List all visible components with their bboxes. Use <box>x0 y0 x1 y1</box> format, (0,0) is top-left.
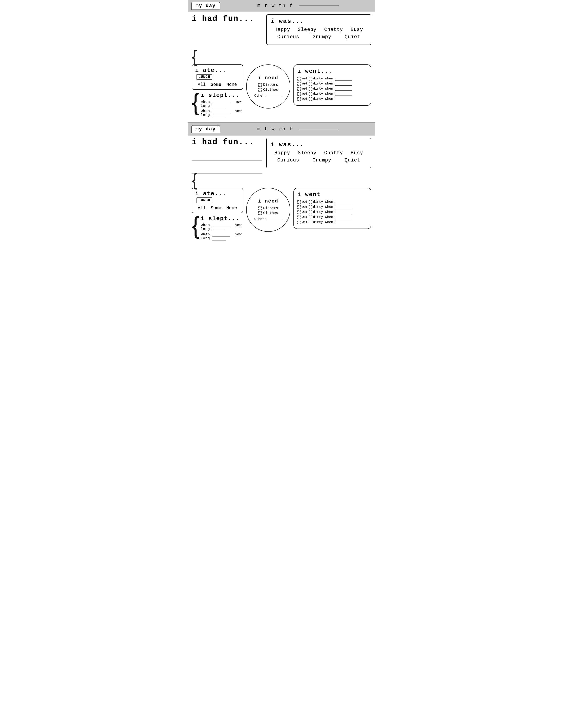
header-bar-2: my day m t w th f <box>188 123 375 135</box>
went-when2-2[interactable] <box>335 209 352 209</box>
checkbox-dirty2-1[interactable] <box>309 82 312 86</box>
mood-happy-1[interactable]: Happy <box>274 27 290 32</box>
mood-grumpy-1[interactable]: Grumpy <box>313 34 332 40</box>
top-row-2: i had fun... { i was... Happy Sleepy Cha… <box>192 138 371 185</box>
went-when3-2[interactable] <box>335 214 352 214</box>
checkbox-dirty5-1[interactable] <box>309 97 312 101</box>
checkbox-clothes-2[interactable] <box>258 211 262 215</box>
checkbox-dirty4-1[interactable] <box>309 92 312 96</box>
ate-all-2[interactable]: All <box>197 205 205 210</box>
need-item-clothes-2: Clothes <box>258 211 278 215</box>
had-fun-block-1: i had fun... { <box>192 14 262 62</box>
checkbox-wet1-1[interactable] <box>298 77 301 81</box>
went-when3-1[interactable] <box>335 90 352 91</box>
mood-happy-2[interactable]: Happy <box>274 150 290 156</box>
need-other-2[interactable]: Other:________ <box>254 217 282 221</box>
ate-all-1[interactable]: All <box>197 82 205 87</box>
checkbox-wet1-2[interactable] <box>298 200 301 204</box>
had-fun-area2-2[interactable] <box>192 161 262 174</box>
lunch-stamp-1: LUNCH <box>196 74 212 80</box>
days-label-1: m t w th f <box>224 3 372 9</box>
went-title-1: i went... <box>298 68 368 75</box>
ate-none-1[interactable]: None <box>226 82 237 87</box>
ate-title-1: i ate... LUNCH <box>195 67 239 80</box>
had-fun-area-2[interactable] <box>192 148 262 161</box>
ate-some-2[interactable]: Some <box>211 205 221 210</box>
mood-busy-2[interactable]: Busy <box>351 150 363 156</box>
slept-title-2: i slept... <box>201 215 243 222</box>
checkbox-diapers-2[interactable] <box>258 206 262 210</box>
checkbox-dirty4-2[interactable] <box>309 216 312 219</box>
went-when2-1[interactable] <box>335 85 352 86</box>
checkbox-dirty3-1[interactable] <box>309 87 312 91</box>
checkbox-wet5-1[interactable] <box>298 97 301 101</box>
header-bar-1: my day m t w th f <box>188 0 375 12</box>
checkbox-dirty1-1[interactable] <box>309 77 312 81</box>
need-title-2: i need <box>258 199 278 204</box>
slept-when1-1[interactable] <box>212 104 230 104</box>
header-line-1 <box>299 6 339 6</box>
slept-howlong1-1[interactable] <box>212 108 226 108</box>
went-row4-2: wet dirty when: <box>298 215 368 219</box>
checkbox-clothes-1[interactable] <box>258 88 262 92</box>
my-day-label-1: my day <box>191 2 220 10</box>
mood-curious-1[interactable]: Curious <box>277 34 299 40</box>
checkbox-wet2-2[interactable] <box>298 205 301 209</box>
i-was-row1-2: Happy Sleepy Chatty Busy <box>271 150 367 156</box>
checkbox-diapers-1[interactable] <box>258 83 262 87</box>
mood-sleepy-1[interactable]: Sleepy <box>298 27 317 32</box>
mood-sleepy-2[interactable]: Sleepy <box>298 150 317 156</box>
checkbox-dirty5-2[interactable] <box>309 221 312 224</box>
checkbox-wet5-2[interactable] <box>298 221 301 224</box>
mood-chatty-1[interactable]: Chatty <box>324 27 343 32</box>
went-row1-2: wet dirty when: <box>298 200 368 204</box>
ate-some-1[interactable]: Some <box>211 82 221 87</box>
mood-chatty-2[interactable]: Chatty <box>324 150 343 156</box>
checkbox-dirty2-2[interactable] <box>309 205 312 209</box>
left-col-1: i ate... LUNCH All Some None { i <box>192 64 243 118</box>
had-fun-brace-2: { <box>192 174 262 185</box>
need-other-1[interactable]: Other:________ <box>254 94 282 98</box>
slept-brace-icon-2: { <box>192 213 200 237</box>
slept-brace-wrap-1: { i slept... when: how long: when: how l… <box>192 92 243 118</box>
had-fun-area-1[interactable] <box>192 25 262 37</box>
top-row-1: i had fun... { i was... Happy Sleepy Cha… <box>192 14 371 62</box>
checkbox-wet3-2[interactable] <box>298 210 301 214</box>
i-was-title-2: i was... <box>271 141 367 148</box>
mood-grumpy-2[interactable]: Grumpy <box>313 158 332 163</box>
i-was-title-1: i was... <box>271 18 367 25</box>
went-when1-2[interactable] <box>335 204 352 204</box>
i-was-block-1: i was... Happy Sleepy Chatty Busy Curiou… <box>266 14 371 45</box>
ate-none-2[interactable]: None <box>226 205 237 210</box>
slept-line1-1: when: how long: <box>201 100 243 108</box>
checkbox-wet4-1[interactable] <box>298 92 301 96</box>
slept-when1-2[interactable] <box>212 227 230 227</box>
had-fun-title-2: i had fun... <box>192 138 262 147</box>
mood-busy-1[interactable]: Busy <box>351 27 363 32</box>
left-col-2: i ate... LUNCH All Some None { i <box>192 188 243 242</box>
days-label-2: m t w th f <box>224 126 372 132</box>
went-row4-1: wet dirty when: <box>298 92 368 96</box>
went-row3-1: wet dirty when: <box>298 87 368 91</box>
went-title-2: i went <box>298 191 368 198</box>
slept-when2-1[interactable] <box>212 113 230 113</box>
slept-block-2: i slept... when: how long: when: how lon… <box>201 215 243 242</box>
had-fun-area2-1[interactable] <box>192 38 262 50</box>
checkbox-dirty1-2[interactable] <box>309 200 312 204</box>
mood-quiet-2[interactable]: Quiet <box>345 158 360 163</box>
need-item-diapers-2: Diapers <box>258 206 278 210</box>
checkbox-wet3-1[interactable] <box>298 87 301 91</box>
slept-brace-wrap-2: { i slept... when: how long: when: how l… <box>192 215 243 242</box>
ate-options-2: All Some None <box>195 205 239 210</box>
page: my day m t w th f i had fun... { i was..… <box>188 0 375 246</box>
checkbox-dirty3-2[interactable] <box>309 210 312 214</box>
i-was-row1-1: Happy Sleepy Chatty Busy <box>271 27 367 32</box>
checkbox-wet4-2[interactable] <box>298 216 301 219</box>
slept-title-1: i slept... <box>201 92 243 99</box>
slept-howlong1-2[interactable] <box>212 231 226 231</box>
mood-quiet-1[interactable]: Quiet <box>345 34 360 40</box>
checkbox-wet2-1[interactable] <box>298 82 301 86</box>
went-when1-1[interactable] <box>335 80 352 81</box>
mood-curious-2[interactable]: Curious <box>277 158 299 163</box>
need-block-1: i need Diapers Clothes Other:________ <box>246 64 290 109</box>
